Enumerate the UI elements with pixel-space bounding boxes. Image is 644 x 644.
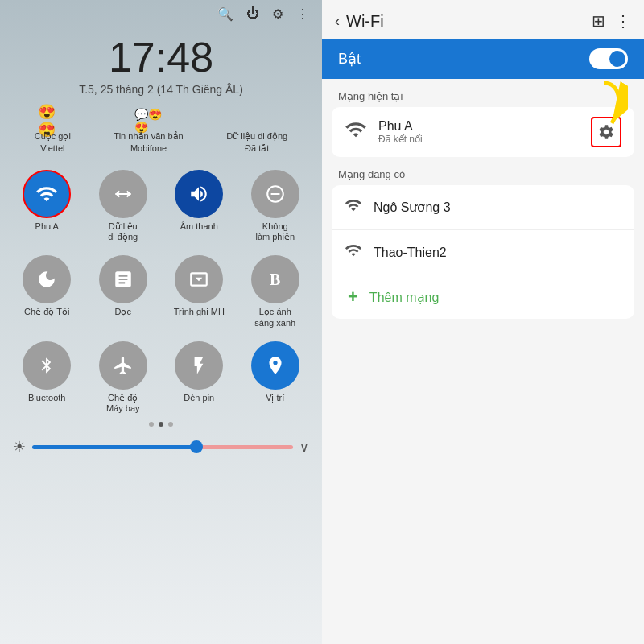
shortcut-data: Dữ liệu di động Đã tắt	[226, 112, 287, 154]
network-item-2[interactable]: Thao-Thien2	[332, 230, 634, 275]
add-network-plus-icon: +	[348, 287, 358, 308]
brightness-row: ☀ ∨	[0, 431, 322, 462]
shortcut-sms-sub: Mobifone	[130, 143, 167, 153]
tile-airplane-label: Chế độMáy bay	[106, 393, 140, 414]
shortcut-sms: 💬😍😍 Tin nhắn văn bản Mobifone	[114, 112, 183, 154]
tile-location[interactable]: Vị trí	[242, 341, 310, 414]
tiles-grid-2: Chế độ Tối Đọc Trình ghi MH	[13, 252, 309, 331]
tile-bluetooth-label: Bluetooth	[28, 393, 65, 403]
tile-airplane[interactable]: Chế độMáy bay	[89, 341, 158, 414]
dot-1	[149, 422, 154, 427]
brightness-icon: ☀	[13, 438, 26, 456]
network-2-name: Thao-Thien2	[374, 246, 447, 260]
dot-2	[159, 422, 163, 427]
quick-tiles: 😍😍 Cuộc gọi Viettel 💬😍😍 Tin nhắn văn bản…	[0, 96, 322, 417]
tile-night-circle[interactable]	[23, 255, 71, 303]
add-network-label[interactable]: Thêm mạng	[369, 290, 439, 305]
more-icon[interactable]: ⋮	[296, 6, 309, 22]
tile-data[interactable]: Dữ liệudi động	[89, 170, 158, 242]
brightness-thumb[interactable]	[190, 440, 203, 453]
tile-data-circle[interactable]	[99, 170, 147, 218]
tile-dnd[interactable]: Khônglàm phiền	[242, 170, 310, 242]
shortcut-calls: 😍😍 Cuộc gọi Viettel	[35, 112, 71, 154]
shortcut-data-sub: Đã tắt	[245, 143, 269, 154]
shortcuts-row: 😍😍 Cuộc gọi Viettel 💬😍😍 Tin nhắn văn bản…	[13, 112, 309, 154]
tile-wifi[interactable]: Phu A	[13, 170, 81, 242]
wifi-toggle-bar: Bật	[322, 39, 644, 79]
tile-sound-label: Âm thanh	[180, 221, 218, 232]
available-networks-list: Ngô Sương 3 Thao-Thien2 + Thêm mạng	[332, 185, 634, 319]
tile-data-label: Dữ liệudi động	[108, 221, 138, 242]
tile-bluelight[interactable]: B Lọc ánhsáng xanh	[242, 255, 310, 328]
search-icon[interactable]: 🔍	[217, 6, 233, 22]
current-network-item[interactable]: Phu A Đã kết nối	[332, 107, 634, 157]
tile-screen-circle[interactable]	[175, 255, 223, 303]
power-icon[interactable]: ⏻	[246, 6, 259, 22]
tiles-grid-1: Phu A Dữ liệudi động Âm thanh	[13, 167, 309, 246]
tile-location-circle[interactable]	[251, 341, 299, 390]
tile-flashlight-circle[interactable]	[175, 341, 223, 390]
status-bar: 🔍 ⏻ ⚙ ⋮	[0, 0, 322, 25]
add-network-item[interactable]: + Thêm mạng	[332, 275, 634, 319]
brightness-track[interactable]	[32, 445, 293, 449]
tile-read[interactable]: Đọc	[89, 255, 158, 328]
tile-read-label: Đọc	[115, 307, 131, 317]
wifi-toggle-switch[interactable]	[589, 48, 628, 69]
dot-3	[168, 422, 173, 427]
tile-dnd-label: Khônglàm phiền	[255, 221, 295, 242]
tile-screen[interactable]: Trình ghi MH	[165, 255, 233, 328]
wifi-toggle-label: Bật	[338, 50, 361, 68]
tile-read-circle[interactable]	[99, 255, 147, 303]
tile-bluelight-label: Lọc ánhsáng xanh	[254, 307, 295, 328]
wifi-back-button[interactable]: ‹	[335, 13, 340, 30]
tile-night-label: Chế độ Tối	[24, 307, 69, 317]
network-item-1[interactable]: Ngô Sương 3	[332, 185, 634, 230]
clock-time: 17:48	[79, 33, 243, 81]
tile-bluelight-circle[interactable]: B	[251, 255, 299, 303]
available-networks-label: Mạng đang có	[322, 157, 644, 185]
tile-wifi-circle[interactable]	[23, 170, 71, 218]
left-panel: 🔍 ⏻ ⚙ ⋮ 17:48 T.5, 25 tháng 2 (14 Th Giê…	[0, 0, 322, 644]
tiles-grid-3: Bluetooth Chế độMáy bay Đèn pin	[13, 338, 309, 417]
tile-location-label: Vị trí	[266, 393, 284, 403]
tile-sound[interactable]: Âm thanh	[165, 170, 233, 242]
current-network-name: Phu A	[378, 119, 580, 134]
tile-bluetooth[interactable]: Bluetooth	[13, 341, 81, 414]
shortcut-calls-sub: Viettel	[40, 143, 64, 153]
tile-flashlight[interactable]: Đèn pin	[165, 341, 233, 414]
tile-night[interactable]: Chế độ Tối	[13, 255, 81, 328]
tile-airplane-circle[interactable]	[99, 341, 147, 390]
shortcut-data-title: Dữ liệu di động	[226, 131, 287, 142]
network-settings-gear[interactable]	[591, 117, 621, 147]
tile-sound-circle[interactable]	[175, 170, 223, 218]
current-network-info: Phu A Đã kết nối	[378, 119, 580, 145]
tile-dnd-circle[interactable]	[251, 170, 299, 218]
network-2-wifi-icon	[345, 242, 362, 263]
tile-screen-label: Trình ghi MH	[174, 307, 225, 317]
time-display: 17:48 T.5, 25 tháng 2 (14 Th Giêng ÂL)	[79, 33, 243, 96]
wifi-header: ‹ Wi-Fi ⊞ ⋮	[322, 0, 644, 39]
wifi-header-icons: ⊞ ⋮	[592, 11, 631, 31]
shortcut-calls-icon: 😍😍	[38, 112, 67, 130]
wifi-title: Wi-Fi	[346, 12, 585, 31]
current-network-wifi-icon	[345, 118, 367, 146]
page-dots	[149, 422, 173, 427]
clock-date: T.5, 25 tháng 2 (14 Th Giêng ÂL)	[79, 83, 243, 96]
tile-wifi-label: Phu A	[35, 221, 59, 232]
wifi-qr-icon[interactable]: ⊞	[592, 11, 605, 31]
current-network-label: Mạng hiện tại	[322, 79, 644, 107]
shortcut-data-icon	[242, 112, 271, 130]
right-panel: ‹ Wi-Fi ⊞ ⋮ Bật Mạng hiện tại	[322, 0, 644, 644]
shortcut-calls-title: Cuộc gọi	[35, 131, 71, 142]
tile-flashlight-label: Đèn pin	[184, 393, 214, 403]
tile-bluetooth-circle[interactable]	[23, 341, 71, 390]
shortcut-sms-title: Tin nhắn văn bản	[114, 131, 183, 142]
current-network-status: Đã kết nối	[378, 134, 580, 145]
expand-arrow[interactable]: ∨	[299, 440, 309, 455]
network-1-name: Ngô Sương 3	[374, 200, 451, 215]
settings-icon[interactable]: ⚙	[272, 6, 283, 22]
network-1-wifi-icon	[345, 196, 362, 218]
shortcut-sms-icon: 💬😍😍	[134, 112, 163, 130]
wifi-more-icon[interactable]: ⋮	[615, 11, 631, 31]
